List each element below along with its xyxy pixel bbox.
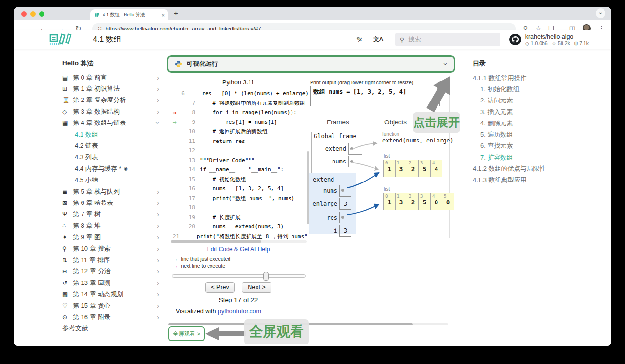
prev-button[interactable]: < Prev: [205, 282, 234, 293]
sidebar-item-references[interactable]: 参考文献: [62, 323, 161, 334]
sidebar-item[interactable]: 4.4 内存与缓存 *◉: [62, 163, 161, 174]
sidebar-item[interactable]: Ψ第 7 章 树›: [62, 209, 161, 220]
sidebar-item-label: 4.2 链表: [75, 142, 98, 150]
variable-value: 3: [339, 225, 351, 237]
sidebar-item-label: 第 12 章 分治: [73, 267, 110, 276]
new-tab-button[interactable]: +: [174, 9, 178, 17]
search-input[interactable]: ⚲ 搜索: [395, 33, 500, 46]
tag-icon: ◇ 1.0.0b6: [525, 40, 548, 46]
chevron-right-icon: ›: [157, 267, 159, 275]
close-window-button[interactable]: [21, 11, 27, 17]
chevron-right-icon: ›: [154, 122, 162, 124]
github-icon: [509, 33, 521, 46]
code-line: →9 res[i] = nums[i]: [167, 118, 309, 127]
cell-value: 2: [407, 199, 418, 206]
toc-item[interactable]: 4.1.1 数组常用操作: [473, 72, 587, 83]
sidebar-item[interactable]: ↺第 13 章 回溯›: [62, 277, 161, 288]
just-executed-arrow-icon: →: [167, 119, 183, 126]
minimize-window-button[interactable]: [30, 11, 36, 17]
maximize-window-button[interactable]: [39, 11, 44, 17]
code-line: 12: [167, 146, 309, 156]
sidebar-item-label: 第 13 章 回溯: [73, 279, 110, 287]
sidebar-item[interactable]: ✦第 9 章 图›: [62, 231, 161, 243]
list-cell: 13: [395, 193, 407, 210]
line-number: 14: [183, 166, 195, 173]
sidebar-item[interactable]: ∺第 12 章 分治›: [62, 266, 161, 277]
toc-item[interactable]: 2. 访问元素: [473, 95, 587, 106]
reference-dot: [339, 185, 351, 197]
question-circle-icon: ⊙: [62, 314, 73, 321]
toc-item[interactable]: 4.1.3 数组典型应用: [473, 175, 587, 186]
frame-variable: nums: [309, 184, 351, 198]
sidebar-item[interactable]: ⇅第 11 章 排序›: [62, 254, 161, 265]
sidebar-item[interactable]: 4.3 列表: [62, 152, 161, 163]
cell-value: 3: [396, 165, 407, 173]
toc-item[interactable]: 4. 删除元素: [473, 118, 587, 129]
sidebar-item-label: 第 11 章 排序: [73, 256, 110, 264]
print-output-box[interactable]: 数组 nums = [1, 3, 2, 5, 4]: [310, 86, 440, 106]
sidebar-title: Hello 算法: [62, 59, 161, 72]
list-cell: 13: [395, 160, 407, 177]
tab-close-icon[interactable]: ×: [162, 12, 165, 18]
heap-list: list0113223544: [384, 153, 442, 177]
step-indicator: Step 17 of 22: [167, 296, 310, 303]
repo-stats: ◇ 1.0.0b6 ☆ 58.2k ψ 7.1k: [525, 40, 589, 46]
toc-item[interactable]: 7. 扩容数组: [473, 152, 587, 163]
fullscreen-button[interactable]: 全屏观看 >: [168, 326, 205, 341]
language-icon[interactable]: 文A: [373, 35, 383, 44]
table-of-contents: 目录 4.1.1 数组常用操作1. 初始化数组2. 访问元素3. 插入元素4. …: [473, 59, 587, 186]
sidebar-item[interactable]: 4.1 数组: [62, 129, 161, 140]
sidebar-item[interactable]: ⌛第 2 章 复杂度分析›: [62, 95, 161, 106]
edit-code-link[interactable]: Edit Code & Get AI Help: [167, 246, 310, 253]
sidebar-item[interactable]: ◇第 3 章 数据结构›: [62, 106, 161, 117]
sidebar-item[interactable]: ⊞第 1 章 初识算法›: [62, 83, 161, 94]
pythontutor-link[interactable]: pythontutor.com: [218, 308, 261, 315]
sidebar-item[interactable]: ⊠第 6 章 哈希表›: [62, 197, 161, 208]
chevron-down-icon[interactable]: ›: [442, 63, 450, 65]
code-text: if __name__ == "__main__":: [200, 166, 284, 173]
hello-algo-logo[interactable]: FELLO: [49, 33, 72, 46]
variable-name: enlarge: [309, 201, 337, 207]
sidebar-item[interactable]: ∴第 8 章 堆›: [62, 220, 161, 231]
toc-item[interactable]: 4.1.2 数组的优点与局限性: [473, 163, 587, 174]
heap-icon: ∴: [62, 222, 73, 229]
variable-name: nums: [311, 158, 346, 165]
sidebar-item-label: 4.3 列表: [75, 153, 98, 162]
step-slider[interactable]: [172, 274, 306, 278]
sidebar-item-label: 第 5 章 栈与队列: [73, 187, 120, 196]
sidebar-item[interactable]: 4.2 链表: [62, 140, 161, 151]
repo-name: krahets/hello-algo: [525, 33, 589, 40]
code-horizontal-scrollbar[interactable]: [171, 240, 307, 243]
next-button[interactable]: Next >: [242, 282, 271, 293]
list-cells: 011322354050: [384, 193, 454, 210]
visual-run-panel-header[interactable]: 可视化运行 ›: [167, 55, 455, 73]
chevron-right-icon: ›: [157, 256, 159, 264]
toc-item[interactable]: 1. 初始化数组: [473, 83, 587, 95]
theme-toggle-icon[interactable]: ✎̷: [356, 35, 363, 44]
toc-item[interactable]: 6. 查找元素: [473, 141, 587, 152]
sidebar-item[interactable]: ▦第 4 章 数组与链表›: [62, 118, 161, 129]
github-repo-link[interactable]: krahets/hello-algo ◇ 1.0.0b6 ☆ 58.2k ψ 7…: [509, 33, 589, 46]
sidebar-item[interactable]: ≣第 5 章 栈与队列›: [62, 186, 161, 197]
reference-dot: [339, 212, 351, 223]
list-cells: 0113223544: [384, 160, 442, 177]
browser-tab[interactable]: 4.1 数组 - Hello 算法 ×: [90, 9, 168, 20]
cell-value: 1: [384, 199, 395, 206]
sidebar-item-label: 第 14 章 动态规划: [73, 290, 123, 299]
sidebar-item[interactable]: ♡第 15 章 贪心›: [62, 300, 161, 311]
toc-item[interactable]: 5. 遍历数组: [473, 129, 587, 140]
cell-index: 2: [407, 193, 418, 199]
variable-value: 3: [339, 198, 351, 210]
list-cell: 01: [383, 160, 396, 177]
tab-search-chevron-icon[interactable]: ›: [596, 8, 605, 18]
sidebar-item[interactable]: 4.5 小结: [62, 175, 161, 186]
toc-item[interactable]: 3. 插入元素: [473, 106, 587, 118]
sidebar-item[interactable]: ⊙第 16 章 附录›: [62, 311, 161, 323]
code-line: 15 # 初始化数组: [167, 175, 309, 184]
sidebar-item[interactable]: ⚲第 10 章 搜索›: [62, 243, 161, 254]
cell-value: 0: [431, 199, 442, 206]
slider-handle[interactable]: [263, 272, 269, 281]
sidebar-item[interactable]: ▩第 14 章 动态规划›: [62, 288, 161, 300]
code-text: return res: [200, 138, 245, 144]
sidebar-item[interactable]: ▤第 0 章 前言›: [62, 72, 161, 83]
